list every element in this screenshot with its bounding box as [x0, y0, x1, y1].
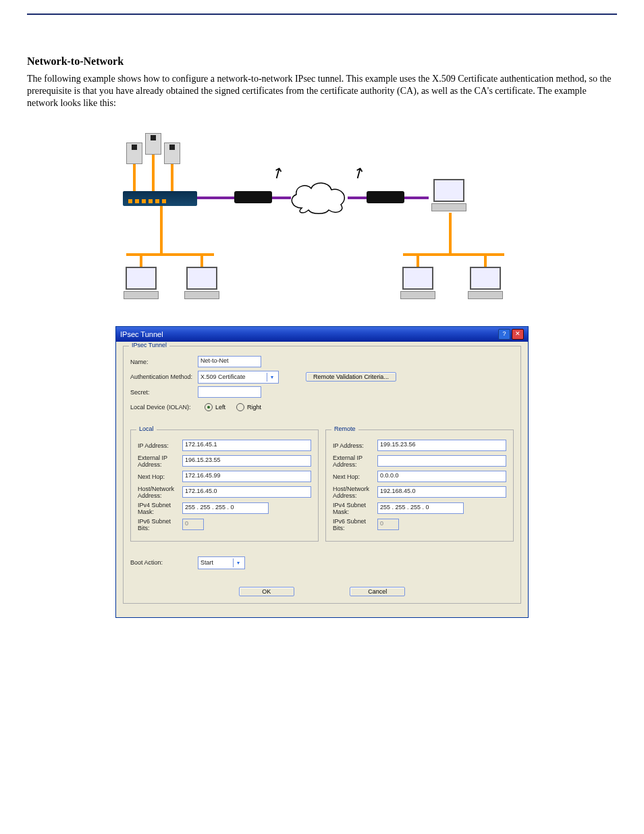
radio-left-label: Left: [215, 404, 225, 411]
router-1-icon: [234, 191, 272, 203]
remote-mask-label: IPv4 Subnet Mask:: [333, 502, 377, 515]
local-nexthop-label: Next Hop:: [138, 473, 182, 480]
remote-nexthop-label: Next Hop:: [333, 473, 377, 480]
remote-ext-ip-input[interactable]: [377, 455, 506, 467]
iolan-b-icon: [429, 179, 469, 213]
remote-ext-ip-label: External IP Address:: [333, 454, 377, 468]
header-rule: [27, 14, 617, 15]
local-ext-ip-label: External IP Address:: [138, 454, 182, 468]
auth-method-label: Authentication Method:: [130, 373, 198, 380]
network-diagram: ↗ ↗: [106, 124, 538, 313]
local-bits-input: 0: [182, 519, 204, 530]
local-device-label: Local Device (IOLAN):: [130, 404, 198, 411]
local-mask-input[interactable]: 255 . 255 . 255 . 0: [182, 502, 269, 514]
dialog-title: IPsec Tunnel: [120, 330, 497, 338]
iolan-a-icon: [123, 191, 197, 206]
local-hostnet-label: Host/Network Address:: [138, 486, 182, 499]
internet-cloud-icon: [288, 178, 349, 215]
local-bits-label: IPv6 Subnet Bits:: [138, 518, 182, 531]
remote-validation-button[interactable]: Remote Validation Criteria...: [306, 372, 396, 382]
section-body: The following example shows how to confi…: [27, 73, 617, 110]
remote-ip-label: IP Address:: [333, 442, 377, 449]
arrow-icon: ↗: [349, 162, 369, 184]
auth-method-dropdown[interactable]: X.509 Certificate ▾: [198, 371, 279, 384]
local-nexthop-input[interactable]: 172.16.45.99: [182, 471, 311, 482]
local-mask-label: IPv4 Subnet Mask:: [138, 502, 182, 515]
remote-legend: Remote: [331, 425, 358, 432]
cancel-button[interactable]: Cancel: [350, 587, 405, 596]
remote-bits-label: IPv6 Subnet Bits:: [333, 518, 377, 531]
remote-ip-input[interactable]: 199.15.23.56: [377, 440, 506, 451]
boot-action-dropdown[interactable]: Start ▾: [198, 556, 245, 569]
radio-right[interactable]: Right: [236, 403, 261, 411]
chevron-down-icon: ▾: [233, 558, 242, 567]
name-input[interactable]: Net-to-Net: [198, 356, 261, 367]
group-legend: IPsec Tunnel: [129, 342, 169, 348]
section-title: Network-to-Network: [27, 55, 617, 68]
secret-label: Secret:: [130, 389, 198, 396]
close-button[interactable]: ✕: [512, 329, 524, 340]
local-hostnet-input[interactable]: 172.16.45.0: [182, 486, 311, 498]
help-button[interactable]: ?: [498, 329, 510, 340]
secret-input[interactable]: [198, 386, 261, 398]
remote-hostnet-label: Host/Network Address:: [333, 486, 377, 499]
name-label: Name:: [130, 359, 198, 365]
local-ip-input[interactable]: 172.16.45.1: [182, 440, 311, 451]
radio-left[interactable]: Left: [205, 403, 225, 411]
local-legend: Local: [136, 425, 157, 432]
remote-mask-input[interactable]: 255 . 255 . 255 . 0: [377, 502, 464, 514]
remote-group: Remote IP Address: 199.15.23.56 External…: [325, 429, 514, 542]
remote-hostnet-input[interactable]: 192.168.45.0: [377, 486, 506, 498]
router-2-icon: [367, 191, 404, 203]
boot-action-label: Boot Action:: [130, 559, 198, 566]
remote-bits-input: 0: [377, 519, 399, 530]
arrow-icon: ↗: [268, 162, 288, 184]
local-ip-label: IP Address:: [138, 442, 182, 449]
dialog-titlebar: IPsec Tunnel ? ✕: [116, 327, 528, 342]
radio-right-label: Right: [247, 404, 261, 411]
local-group: Local IP Address: 172.16.45.1 External I…: [130, 429, 319, 542]
chevron-down-icon: ▾: [267, 373, 276, 382]
auth-method-value: X.509 Certificate: [200, 373, 246, 380]
local-ext-ip-input[interactable]: 196.15.23.55: [182, 455, 311, 467]
boot-action-value: Start: [200, 559, 213, 566]
ipsec-tunnel-dialog: IPsec Tunnel ? ✕ IPsec Tunnel Name: Net-…: [115, 326, 529, 618]
ok-button[interactable]: OK: [239, 587, 294, 596]
ipsec-tunnel-group: IPsec Tunnel Name: Net-to-Net Authentica…: [123, 346, 521, 604]
remote-nexthop-input[interactable]: 0.0.0.0: [377, 471, 506, 482]
